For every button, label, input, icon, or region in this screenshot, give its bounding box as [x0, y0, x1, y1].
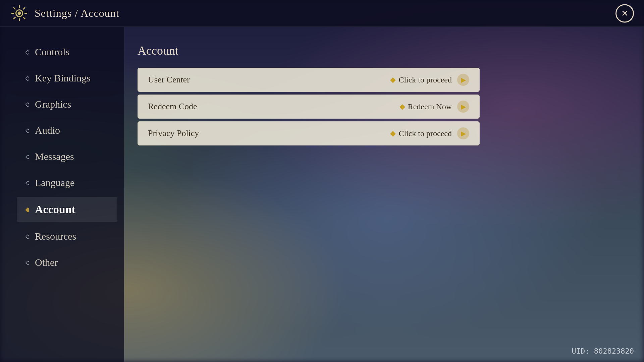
svg-rect-10: [26, 50, 29, 55]
sidebar-item-graphics[interactable]: Graphics: [17, 93, 117, 116]
sidebar-item-messages[interactable]: Messages: [17, 145, 117, 168]
svg-line-7: [23, 7, 25, 9]
privacy-policy-label: Privacy Policy: [148, 128, 199, 138]
privacy-policy-proceed: ◆ Click to proceed: [390, 129, 452, 138]
gold-diamond-icon: ◆: [390, 129, 396, 138]
sidebar-item-label: Account: [35, 203, 75, 216]
sidebar-item-label: Messages: [35, 151, 74, 162]
sidebar-item-audio[interactable]: Audio: [17, 119, 117, 142]
svg-rect-12: [26, 103, 29, 107]
gold-diamond-icon: ◆: [399, 102, 405, 111]
arrow-right-icon: ▶: [457, 74, 469, 86]
diamond-icon: [23, 154, 29, 159]
privacy-policy-action-text: Click to proceed: [398, 129, 452, 138]
sidebar-item-label: Language: [35, 177, 74, 188]
active-diamond-icon: [23, 207, 29, 212]
user-center-label: User Center: [148, 75, 190, 85]
privacy-policy-row[interactable]: Privacy Policy ◆ Click to proceed ▶: [138, 121, 480, 145]
sidebar: Controls Key Bindings Graphics Audio Mes…: [0, 27, 124, 362]
uid-badge: UID: 802823820: [572, 347, 634, 355]
redeem-code-row[interactable]: Redeem Code ◆ Redeem Now ▶: [138, 95, 480, 119]
privacy-policy-right: ◆ Click to proceed ▶: [390, 127, 469, 139]
gold-diamond-icon: ◆: [390, 75, 396, 84]
user-center-right: ◆ Click to proceed ▶: [390, 74, 469, 86]
svg-rect-15: [26, 181, 29, 185]
sidebar-item-resources[interactable]: Resources: [17, 225, 117, 248]
redeem-code-right: ◆ Redeem Now ▶: [399, 101, 469, 113]
svg-rect-18: [26, 261, 29, 265]
sidebar-item-key-bindings[interactable]: Key Bindings: [17, 66, 117, 90]
sidebar-item-controls[interactable]: Controls: [17, 40, 117, 64]
svg-rect-11: [26, 76, 29, 81]
svg-line-5: [13, 7, 15, 9]
top-bar: Settings / Account ✕: [0, 0, 644, 27]
arrow-right-icon: ▶: [457, 101, 469, 113]
user-center-action-text: Click to proceed: [398, 75, 452, 84]
sidebar-item-label: Controls: [35, 46, 69, 58]
arrow-right-icon: ▶: [457, 127, 469, 139]
diamond-icon: [23, 128, 29, 133]
section-title: Account: [138, 44, 624, 58]
sidebar-item-label: Graphics: [35, 99, 71, 110]
svg-line-8: [13, 17, 15, 19]
sidebar-item-label: Other: [35, 257, 58, 268]
diamond-icon: [23, 260, 29, 265]
svg-rect-17: [26, 235, 29, 239]
diamond-icon: [23, 102, 29, 107]
sidebar-item-language[interactable]: Language: [17, 171, 117, 194]
action-list: User Center ◆ Click to proceed ▶ Redeem …: [138, 68, 480, 145]
redeem-code-action-text: Redeem Now: [408, 102, 452, 111]
user-center-row[interactable]: User Center ◆ Click to proceed ▶: [138, 68, 480, 92]
redeem-code-label: Redeem Code: [148, 102, 197, 112]
main-content: Account User Center ◆ Click to proceed ▶…: [124, 27, 644, 362]
sidebar-item-account[interactable]: Account: [17, 197, 117, 222]
diamond-icon: [23, 180, 29, 185]
svg-rect-13: [26, 129, 29, 133]
close-button[interactable]: ✕: [615, 4, 634, 22]
breadcrumb: Settings / Account: [35, 7, 119, 19]
svg-point-9: [18, 12, 21, 15]
svg-rect-14: [26, 155, 29, 159]
gear-icon: [10, 4, 29, 22]
sidebar-item-label: Resources: [35, 231, 76, 242]
sidebar-item-label: Key Bindings: [35, 72, 91, 84]
diamond-icon: [23, 49, 29, 55]
diamond-icon: [23, 75, 29, 81]
sidebar-item-label: Audio: [35, 125, 60, 136]
svg-line-6: [23, 17, 25, 19]
redeem-code-proceed: ◆ Redeem Now: [399, 102, 452, 111]
diamond-icon: [23, 234, 29, 239]
svg-rect-16: [26, 208, 29, 212]
user-center-proceed: ◆ Click to proceed: [390, 75, 452, 84]
sidebar-item-other[interactable]: Other: [17, 251, 117, 274]
